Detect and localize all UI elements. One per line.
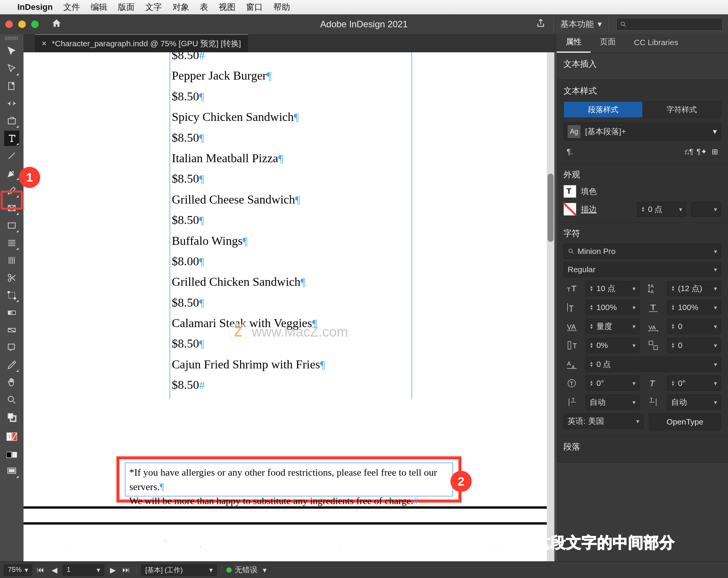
- tab-cc-libraries[interactable]: CC Libraries: [625, 33, 687, 53]
- paragraph-mark-icon[interactable]: ¶.: [563, 145, 576, 158]
- preflight-profile-select[interactable]: [基本] (工作)▾: [141, 564, 217, 576]
- chevron-down-icon[interactable]: ▾: [263, 565, 267, 575]
- font-family-select[interactable]: Minion Pro ▾: [563, 244, 721, 259]
- footer-text-frame[interactable]: *If you have allergies or any other food…: [125, 462, 453, 497]
- home-icon[interactable]: [52, 18, 61, 31]
- leading-input[interactable]: ▲▼(12 点)▾: [667, 281, 721, 296]
- line-tool[interactable]: [4, 148, 19, 163]
- tab-properties[interactable]: 属性: [557, 32, 591, 53]
- vscale-input[interactable]: ▲▼100%▾: [585, 300, 640, 315]
- menu-edit[interactable]: 编辑: [91, 2, 107, 13]
- eyedropper-tool[interactable]: [4, 357, 19, 373]
- stroke-weight-value: 0 点: [648, 204, 663, 215]
- font-style-select[interactable]: Regular ▾: [563, 262, 721, 277]
- content-collector-tool[interactable]: [4, 113, 19, 128]
- canvas[interactable]: $8.50# Pepper Jack Burger¶ $8.50¶ Spicy …: [24, 52, 554, 561]
- pen-tool[interactable]: [4, 166, 19, 181]
- character-styles-seg[interactable]: 字符样式: [642, 102, 721, 117]
- kerning-input[interactable]: ▲▼量度▾: [585, 319, 640, 334]
- menu-table[interactable]: 表: [200, 2, 208, 13]
- scrollbar-thumb[interactable]: [548, 174, 554, 242]
- char-rotate-input[interactable]: ▲▼0°▾: [585, 376, 640, 391]
- page-select[interactable]: 1▾: [63, 564, 104, 576]
- menu-text-frame[interactable]: $8.50# Pepper Jack Burger¶ $8.50¶ Spicy …: [169, 52, 412, 399]
- svg-text:A: A: [567, 360, 571, 367]
- menu-object[interactable]: 对象: [173, 2, 189, 13]
- type-tool[interactable]: [4, 131, 19, 146]
- redefine-style-icon[interactable]: ¶✦: [695, 145, 708, 158]
- gradient-swatch-tool[interactable]: [4, 305, 19, 320]
- note-tool[interactable]: [4, 340, 19, 355]
- tracking-input[interactable]: ▲▼0▾: [667, 319, 721, 334]
- gradient-feather-tool[interactable]: [4, 323, 19, 338]
- style-type-segmented[interactable]: 段落样式 字符样式: [563, 101, 721, 118]
- gap-tool[interactable]: [4, 96, 19, 111]
- close-tab-icon[interactable]: ×: [42, 39, 47, 49]
- document-tab[interactable]: × *Character_paragraph.indd @ 75% [GPU 预…: [35, 34, 248, 52]
- fill-stroke-proxy[interactable]: [4, 410, 19, 425]
- formatting-affects-text[interactable]: T: [4, 427, 19, 446]
- panel-grip[interactable]: [5, 36, 19, 40]
- paragraph-style-select[interactable]: Ag [基本段落]+ ▾: [563, 122, 721, 141]
- clear-override-icon[interactable]: ⎌¶: [682, 145, 695, 158]
- before-char-select[interactable]: 自动▾: [585, 395, 640, 410]
- after-char-select[interactable]: 自动▾: [667, 395, 721, 410]
- stroke-weight-input[interactable]: ▲▼ 0 点 ▾: [637, 202, 686, 217]
- hscale-input[interactable]: ▲▼100%▾: [667, 300, 721, 315]
- menu-file[interactable]: 文件: [63, 2, 80, 13]
- tab-pages[interactable]: 页面: [591, 32, 625, 53]
- tools-panel: T T: [0, 34, 24, 561]
- search-input[interactable]: [617, 18, 723, 31]
- close-window-button[interactable]: [5, 20, 13, 28]
- menu-help[interactable]: 帮助: [273, 2, 290, 13]
- zoom-select[interactable]: 75%▾: [4, 564, 32, 576]
- menu-view[interactable]: 视图: [219, 2, 235, 13]
- scissors-tool[interactable]: [4, 270, 19, 285]
- svg-text:V: V: [567, 323, 572, 331]
- prev-page-button[interactable]: ◀: [49, 565, 60, 575]
- skew-input[interactable]: ▲▼0°▾: [667, 376, 721, 391]
- share-icon[interactable]: [536, 18, 546, 30]
- minimize-window-button[interactable]: [18, 20, 26, 28]
- first-page-button[interactable]: ⏮: [35, 565, 46, 575]
- selection-tool[interactable]: [4, 44, 19, 59]
- footer-text-frame-highlight: *If you have allergies or any other food…: [116, 456, 461, 503]
- spinner-icon[interactable]: ▲▼: [641, 206, 645, 212]
- svg-text:T: T: [650, 397, 653, 403]
- paragraph-styles-seg[interactable]: 段落样式: [564, 102, 642, 117]
- workspace-switcher[interactable]: 基本功能 ▾: [553, 17, 609, 32]
- apply-color-row[interactable]: T: [4, 448, 19, 461]
- language-select[interactable]: 英语: 美国▾: [563, 414, 643, 429]
- app-name[interactable]: InDesign: [17, 2, 53, 12]
- baseline-shift-input[interactable]: ▲▼0 点▾: [585, 357, 721, 372]
- hand-tool[interactable]: [4, 375, 19, 390]
- menu-name: Grilled Cheese Sandwich: [172, 193, 295, 206]
- svg-text:T: T: [650, 379, 656, 388]
- grid-tool-horizontal[interactable]: [4, 235, 19, 251]
- next-page-button[interactable]: ▶: [107, 565, 118, 575]
- menu-window[interactable]: 窗口: [246, 2, 263, 13]
- tsume-input[interactable]: ▲▼0%▾: [585, 338, 640, 353]
- fullscreen-window-button[interactable]: [31, 20, 39, 28]
- rectangle-frame-tool[interactable]: [4, 200, 19, 216]
- paragraph-style-icon: Ag: [568, 125, 581, 138]
- stroke-style-select[interactable]: ▾: [691, 202, 721, 217]
- opentype-button[interactable]: OpenType: [649, 414, 721, 430]
- font-size-input[interactable]: ▲▼10 点▾: [585, 281, 640, 296]
- document-area: × *Character_paragraph.indd @ 75% [GPU 预…: [24, 34, 557, 561]
- rectangle-tool[interactable]: [4, 218, 19, 233]
- vertical-scrollbar[interactable]: [547, 52, 554, 561]
- new-style-icon[interactable]: ⊞: [708, 145, 721, 158]
- menu-layout[interactable]: 版面: [118, 2, 135, 13]
- last-page-button[interactable]: ⏭: [121, 565, 132, 575]
- zoom-tool[interactable]: [4, 392, 19, 407]
- menu-type[interactable]: 文字: [145, 2, 162, 13]
- page-tool[interactable]: [4, 78, 19, 94]
- grid-tool-vertical[interactable]: [4, 253, 19, 268]
- stroke-swatch[interactable]: [563, 203, 576, 216]
- free-transform-tool[interactable]: [4, 288, 19, 303]
- grid-adjust-input[interactable]: ▲▼0▾: [667, 338, 721, 353]
- direct-selection-tool[interactable]: [4, 61, 19, 76]
- pencil-tool[interactable]: [4, 183, 19, 198]
- screen-mode[interactable]: [4, 464, 19, 479]
